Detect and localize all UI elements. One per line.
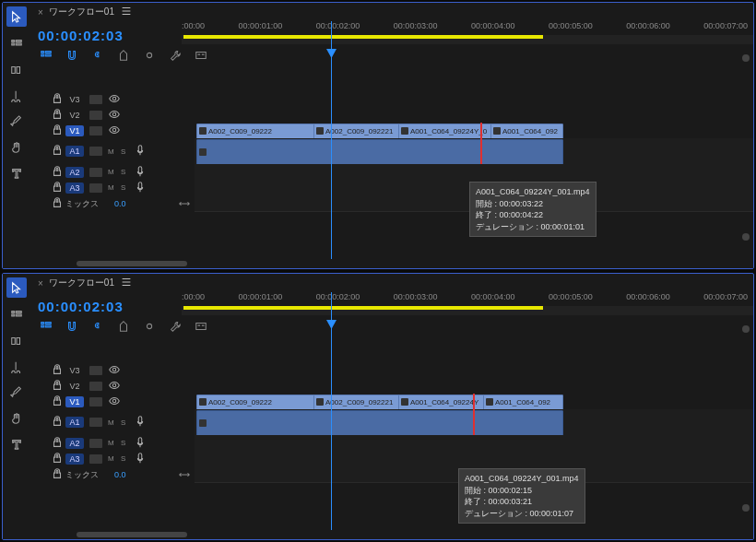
tool-ripple[interactable] [8, 333, 25, 349]
track-label[interactable]: V2 [65, 111, 84, 120]
solo-button[interactable]: S [121, 439, 128, 447]
link-toggle[interactable] [91, 320, 104, 335]
video-clip[interactable]: A002_C009_092221 [313, 395, 400, 410]
scrollbar-thumb[interactable] [77, 532, 187, 537]
track-body[interactable] [195, 409, 753, 436]
edit-point[interactable] [473, 409, 475, 435]
track-toggle[interactable] [89, 95, 102, 104]
nest-icon[interactable] [40, 320, 53, 335]
track-toggle[interactable] [89, 382, 102, 391]
mic-icon[interactable] [134, 452, 143, 466]
tool-pen[interactable] [8, 384, 25, 401]
track-body[interactable] [195, 138, 753, 165]
lock-icon[interactable] [51, 379, 60, 394]
lock-icon[interactable] [51, 395, 60, 409]
tool-cursor[interactable] [6, 6, 27, 27]
lock-icon[interactable] [51, 144, 60, 159]
video-clip[interactable]: A002_C009_092221 [313, 124, 400, 139]
snap-toggle[interactable] [65, 320, 78, 335]
track-toggle[interactable] [89, 168, 102, 177]
lock-icon[interactable] [51, 467, 60, 482]
track-toggle[interactable] [89, 183, 102, 193]
lock-icon[interactable] [51, 363, 60, 378]
eye-icon[interactable] [108, 395, 117, 409]
mute-button[interactable]: M [108, 418, 115, 427]
sequence-tab[interactable]: ×ワークフロー01 [30, 3, 753, 21]
arrows-icon[interactable] [178, 468, 187, 483]
wrench-button[interactable] [169, 320, 182, 335]
edit-point[interactable] [480, 138, 482, 164]
lock-icon[interactable] [51, 108, 60, 123]
track-body[interactable] [195, 451, 753, 467]
track-body[interactable] [195, 91, 753, 108]
lock-icon[interactable] [51, 452, 60, 466]
track-toggle[interactable] [89, 126, 102, 136]
mute-button[interactable]: M [108, 454, 115, 463]
solo-button[interactable]: S [121, 168, 128, 176]
track-toggle[interactable] [89, 147, 102, 156]
video-clip[interactable]: A001_C064_09224Y_0 [398, 124, 492, 139]
video-clip[interactable]: A001_C064_09224Y [398, 395, 485, 410]
track-toggle[interactable] [89, 439, 102, 448]
mute-button[interactable]: M [108, 439, 115, 447]
scrollbar-thumb[interactable] [77, 261, 187, 266]
track-body[interactable] [195, 107, 753, 124]
sequence-tab[interactable]: ×ワークフロー01 [30, 274, 753, 292]
track-label[interactable]: A2 [65, 167, 84, 178]
menu-icon[interactable] [120, 5, 133, 19]
cc-button[interactable] [195, 320, 207, 335]
menu-icon[interactable] [120, 276, 133, 290]
current-timecode[interactable]: 00:00:02:03 [38, 299, 124, 314]
settings-button[interactable] [143, 49, 156, 64]
scroll-handle[interactable] [742, 325, 750, 333]
lock-icon[interactable] [51, 415, 60, 430]
track-toggle[interactable] [89, 418, 102, 427]
work-area-bar[interactable] [183, 306, 543, 310]
track-body[interactable]: A002_C009_09222A002_C009_092221A001_C064… [195, 123, 753, 139]
tool-track-select[interactable] [8, 307, 25, 324]
settings-button[interactable] [143, 320, 156, 335]
mic-icon[interactable] [134, 415, 143, 430]
tool-hand[interactable] [8, 139, 25, 156]
track-body[interactable] [195, 164, 753, 181]
eye-icon[interactable] [108, 379, 117, 394]
tool-hand[interactable] [8, 410, 25, 427]
track-label[interactable]: A1 [65, 417, 84, 428]
mic-icon[interactable] [134, 436, 143, 451]
track-label[interactable]: A3 [65, 454, 84, 465]
mic-icon[interactable] [134, 144, 143, 159]
track-body[interactable] [195, 435, 753, 452]
track-label[interactable]: V3 [65, 366, 84, 375]
solo-button[interactable]: S [121, 454, 128, 463]
lock-icon[interactable] [51, 165, 60, 180]
current-timecode[interactable]: 00:00:02:03 [38, 28, 124, 43]
audio-clip[interactable] [196, 139, 563, 165]
close-icon[interactable]: × [38, 7, 43, 18]
time-ruler[interactable]: :00:0000:00:01:0000:00:02:0000:00:03:000… [182, 292, 753, 320]
video-clip[interactable]: A002_C009_09222 [196, 395, 315, 410]
lock-icon[interactable] [51, 436, 60, 451]
video-clip[interactable]: A001_C064_092 [490, 124, 563, 139]
link-toggle[interactable] [91, 49, 104, 64]
snap-toggle[interactable] [65, 49, 78, 64]
nest-icon[interactable] [40, 49, 53, 64]
scroll-handle[interactable] [742, 54, 750, 62]
lock-icon[interactable] [51, 92, 60, 107]
eye-icon[interactable] [108, 108, 117, 123]
track-label[interactable]: A2 [65, 438, 84, 449]
scroll-handle[interactable] [742, 504, 750, 512]
mute-button[interactable]: M [108, 147, 115, 156]
eye-icon[interactable] [108, 92, 117, 107]
work-area-bar[interactable] [183, 35, 543, 39]
track-body[interactable] [195, 378, 753, 395]
solo-button[interactable]: S [121, 147, 128, 156]
close-icon[interactable]: × [38, 278, 43, 289]
scroll-handle[interactable] [742, 233, 750, 241]
playhead[interactable] [331, 292, 332, 530]
playhead[interactable] [331, 21, 332, 259]
track-body[interactable] [195, 362, 753, 379]
tool-type[interactable] [8, 436, 25, 453]
time-ruler[interactable]: :00:0000:00:01:0000:00:02:0000:00:03:000… [182, 21, 753, 49]
cc-button[interactable] [195, 49, 207, 64]
tool-ripple[interactable] [8, 62, 25, 78]
